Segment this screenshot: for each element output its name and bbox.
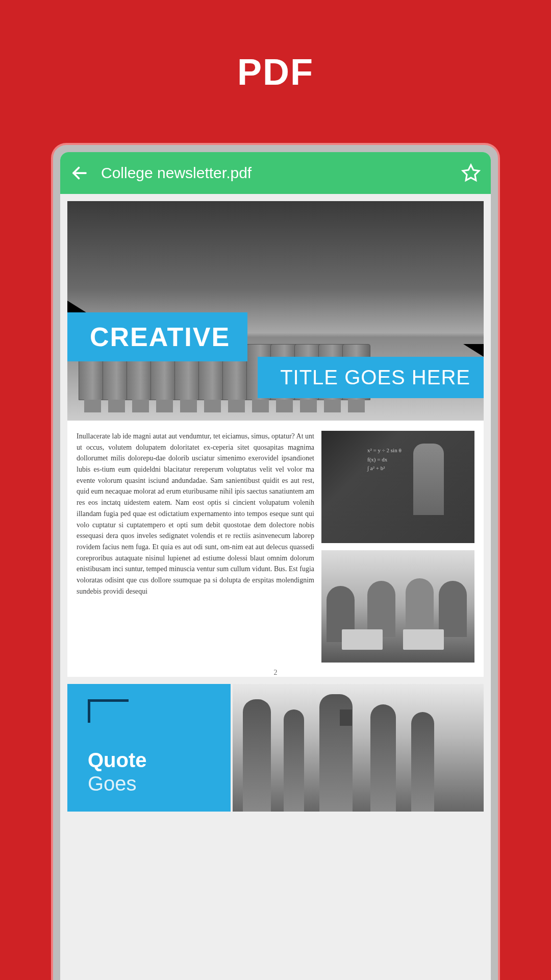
hero-image: CREATIVE TITLE GOES HERE — [67, 201, 484, 421]
page-number: 2 — [67, 669, 484, 677]
pdf-page-1: CREATIVE TITLE GOES HERE Inullacerate la… — [67, 201, 484, 677]
hero-title-secondary: TITLE GOES HERE — [258, 357, 484, 398]
file-title: College newsletter.pdf — [101, 164, 449, 182]
quote-line-2: Goes — [88, 772, 137, 795]
article-body-text: Inullacerate lab ide magni autat aut ven… — [77, 431, 314, 663]
pdf-viewport[interactable]: CREATIVE TITLE GOES HERE Inullacerate la… — [60, 194, 491, 980]
quote-block: Quote Goes — [67, 684, 231, 812]
side-image-students — [321, 550, 474, 663]
app-promo-title: PDF — [0, 51, 551, 93]
side-image-classroom: x² = y ÷ 2 sin θ f(x) = dx ∫ a² + b² — [321, 431, 474, 543]
campus-trees-image — [233, 684, 484, 812]
teacher-figure — [413, 444, 444, 515]
svg-marker-1 — [463, 165, 479, 180]
decorative-wedge-left — [67, 301, 88, 313]
quote-line-1: Quote — [88, 749, 147, 771]
back-arrow-icon[interactable] — [70, 164, 89, 182]
decorative-wedge-right — [463, 344, 484, 357]
quote-text: Quote Goes — [88, 748, 215, 795]
pdf-page-2-top: Quote Goes — [67, 684, 484, 812]
device-frame: College newsletter.pdf CREATIVE — [51, 143, 500, 980]
hero-title-primary: CREATIVE — [67, 312, 247, 361]
quote-corner-decoration — [88, 699, 129, 723]
banner-flag — [340, 709, 352, 726]
app-window: College newsletter.pdf CREATIVE — [60, 152, 491, 980]
star-icon[interactable] — [461, 163, 481, 183]
app-bar: College newsletter.pdf — [60, 152, 491, 194]
